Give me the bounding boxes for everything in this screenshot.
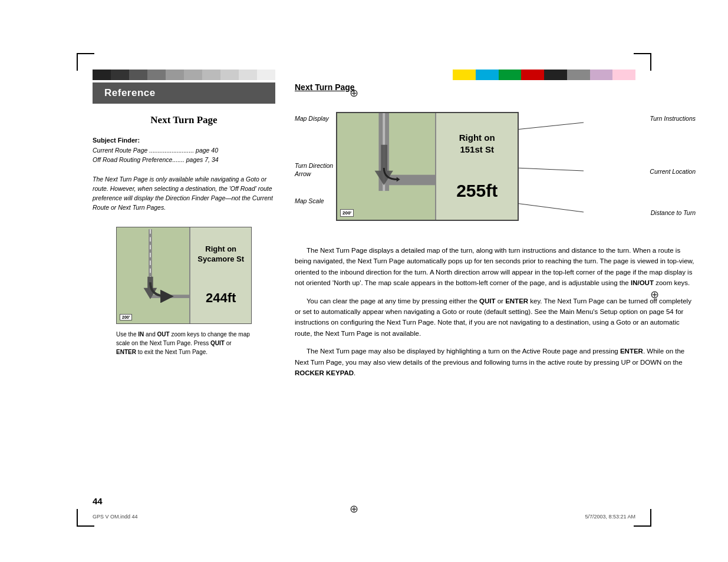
- swatch: [220, 70, 239, 80]
- diagram-container: Map Display Turn Instructions Turn Direc…: [295, 100, 696, 236]
- swatch-red: [521, 70, 544, 80]
- svg-line-5: [516, 123, 584, 130]
- swatch-cyan: [476, 70, 499, 80]
- footer-right: 5/7/2003, 8:53:21 AM: [585, 514, 635, 520]
- section-title: Next Turn Page: [93, 114, 275, 126]
- svg-line-7: [516, 168, 584, 171]
- reference-header: Reference: [93, 82, 275, 104]
- swatch: [111, 70, 129, 80]
- swatch: [184, 70, 202, 80]
- swatch: [257, 70, 275, 80]
- footer-left: GPS V OM.indd 44: [93, 514, 138, 520]
- diagram-image: 200' Right on 151st St 255ft: [336, 112, 519, 221]
- left-panel: Reference Next Turn Page Subject Finder …: [93, 82, 275, 356]
- swatch: [129, 70, 147, 80]
- corner-mark-bl: [77, 509, 94, 527]
- subject-finder-label: Subject Finder: [93, 137, 275, 144]
- diag-label-turn-direction: Turn Direction Arrow: [295, 162, 333, 178]
- diag-scale-box: 200': [340, 209, 354, 217]
- diag-label-distance-to-turn: Distance to Turn: [651, 209, 696, 216]
- swatch-green: [499, 70, 522, 80]
- svg-line-9: [516, 203, 584, 212]
- swatch: [147, 70, 166, 80]
- diag-road-svg: [337, 113, 435, 220]
- page-number: 44: [93, 496, 103, 506]
- ntp-title: Next Turn Page: [295, 82, 696, 92]
- diag-map-area: 200': [337, 113, 436, 220]
- subject-entry-1: Current Route Page .....................…: [93, 146, 275, 156]
- device-image: 200' Right on Sycamore St 244ft: [116, 227, 252, 324]
- svg-rect-13: [386, 175, 435, 186]
- device-screen: 200' Right on Sycamore St 244ft: [117, 227, 251, 323]
- corner-mark-tr: [634, 53, 651, 71]
- description-text: The Next Turn Page is only available whi…: [93, 174, 275, 213]
- page: Reference Next Turn Page Subject Finder …: [0, 0, 728, 562]
- swatch: [166, 70, 184, 80]
- right-panel: Next Turn Page Map Display Turn Instruc: [295, 82, 696, 385]
- swatch-yellow: [453, 70, 476, 80]
- map-area-left: 200': [117, 227, 190, 323]
- body-paragraph-2: You can clear the page at any time by pr…: [295, 296, 696, 339]
- diag-label-map-scale: Map Scale: [295, 197, 324, 204]
- image-caption: Use the IN and OUT zoom keys to change t…: [116, 330, 252, 356]
- body-paragraph-1: The Next Turn Page displays a detailed m…: [295, 245, 696, 289]
- left-turn-text: Right on Sycamore St: [197, 244, 244, 265]
- swatch: [93, 70, 111, 80]
- swatch-gray: [567, 70, 590, 80]
- diag-right-info: Right on 151st St 255ft: [436, 113, 518, 220]
- corner-mark-br: [634, 509, 651, 527]
- diag-label-map-display: Map Display: [295, 115, 329, 122]
- body-paragraph-3: The Next Turn page may also be displayed…: [295, 346, 696, 378]
- diag-label-turn-instructions: Turn Instructions: [650, 115, 696, 122]
- left-distance: 244ft: [206, 290, 236, 306]
- diag-label-current-location: Current Location: [650, 168, 696, 175]
- description-span: The Next Turn Page is only available whi…: [93, 176, 273, 211]
- swatch-lavender: [590, 70, 613, 80]
- diag-distance: 255ft: [456, 181, 498, 201]
- diag-turn-text: Right on 151st St: [459, 132, 495, 155]
- subject-entry-2: Off Road Routing Preference....... pages…: [93, 156, 275, 165]
- swatch: [239, 70, 257, 80]
- swatch-black: [544, 70, 567, 80]
- color-bar-left: [93, 70, 275, 80]
- turn-info-right: Right on Sycamore St 244ft: [190, 227, 251, 323]
- registration-mark-bottom: [348, 503, 360, 515]
- scale-box-left: 200': [120, 314, 132, 320]
- corner-mark-tl: [77, 53, 94, 71]
- road-svg-left: [117, 227, 189, 323]
- color-bar-right: [453, 70, 635, 80]
- swatch: [202, 70, 220, 80]
- subject-finder-entries: Current Route Page .....................…: [93, 146, 275, 165]
- swatch-pink: [612, 70, 635, 80]
